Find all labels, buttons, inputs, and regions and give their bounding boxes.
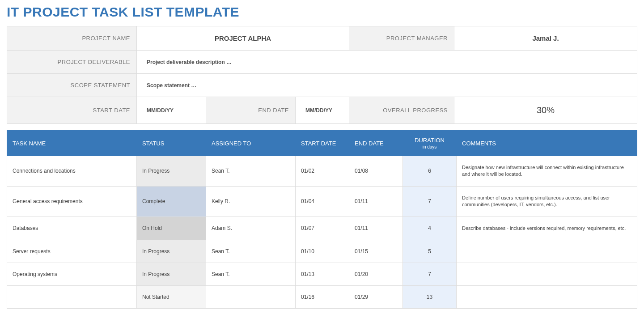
project-manager-label: PROJECT MANAGER: [349, 26, 454, 51]
cell-assigned[interactable]: Sean T.: [206, 156, 296, 187]
task-table: TASK NAME STATUS ASSIGNED TO START DATE …: [7, 130, 637, 309]
cell-status[interactable]: In Progress: [137, 240, 206, 263]
deliverable-value[interactable]: Project deliverable description …: [137, 51, 637, 74]
overall-progress-label: OVERALL PROGRESS: [349, 97, 454, 124]
col-duration-label: DURATION: [415, 137, 445, 144]
cell-comments[interactable]: Describe databases - include versions re…: [457, 217, 637, 240]
end-date-value[interactable]: MM/DD/YY: [296, 97, 349, 124]
cell-duration: 5: [403, 240, 457, 263]
table-row: Not Started01/1601/2913: [7, 285, 637, 308]
task-header-row: TASK NAME STATUS ASSIGNED TO START DATE …: [7, 131, 637, 156]
cell-comments[interactable]: [457, 285, 637, 308]
cell-end[interactable]: 01/08: [349, 156, 403, 187]
cell-start[interactable]: 01/07: [296, 217, 349, 240]
col-start: START DATE: [296, 131, 349, 156]
cell-end[interactable]: 01/29: [349, 285, 403, 308]
cell-start[interactable]: 01/10: [296, 240, 349, 263]
table-row: General access requirementsCompleteKelly…: [7, 186, 637, 217]
col-duration: DURATION in days: [403, 131, 457, 156]
cell-assigned[interactable]: [206, 285, 296, 308]
end-date-label: END DATE: [206, 97, 296, 124]
deliverable-label: PROJECT DELIVERABLE: [7, 51, 137, 74]
col-comments: COMMENTS: [457, 131, 637, 156]
cell-assigned[interactable]: Kelly R.: [206, 186, 296, 217]
cell-task[interactable]: Operating systems: [7, 263, 137, 285]
col-status: STATUS: [137, 131, 206, 156]
cell-status[interactable]: In Progress: [137, 156, 206, 187]
table-row: Server requestsIn ProgressSean T.01/1001…: [7, 240, 637, 263]
cell-start[interactable]: 01/16: [296, 285, 349, 308]
table-row: Connections and locationsIn ProgressSean…: [7, 156, 637, 187]
cell-start[interactable]: 01/13: [296, 263, 349, 285]
project-name-value[interactable]: PROJECT ALPHA: [137, 26, 349, 51]
cell-task[interactable]: Server requests: [7, 240, 137, 263]
col-assigned: ASSIGNED TO: [206, 131, 296, 156]
page-title: IT PROJECT TASK LIST TEMPLATE: [7, 4, 637, 20]
cell-start[interactable]: 01/02: [296, 156, 349, 187]
col-duration-sub: in days: [408, 144, 451, 149]
cell-task[interactable]: [7, 285, 137, 308]
cell-end[interactable]: 01/20: [349, 263, 403, 285]
cell-duration: 7: [403, 186, 457, 217]
table-row: Operating systemsIn ProgressSean T.01/13…: [7, 263, 637, 285]
cell-assigned[interactable]: Adam S.: [206, 217, 296, 240]
cell-duration: 7: [403, 263, 457, 285]
start-date-value[interactable]: MM/DD/YY: [137, 97, 206, 124]
cell-task[interactable]: Databases: [7, 217, 137, 240]
cell-duration: 4: [403, 217, 457, 240]
cell-comments[interactable]: [457, 263, 637, 285]
project-manager-value[interactable]: Jamal J.: [454, 26, 637, 51]
scope-value[interactable]: Scope statement …: [137, 74, 637, 97]
cell-end[interactable]: 01/11: [349, 217, 403, 240]
cell-duration: 6: [403, 156, 457, 187]
project-meta-table: PROJECT NAME PROJECT ALPHA PROJECT MANAG…: [7, 26, 637, 124]
project-name-label: PROJECT NAME: [7, 26, 137, 51]
cell-assigned[interactable]: Sean T.: [206, 263, 296, 285]
cell-status[interactable]: Complete: [137, 186, 206, 217]
cell-comments[interactable]: Define number of users requiring simulta…: [457, 186, 637, 217]
cell-duration: 13: [403, 285, 457, 308]
col-task: TASK NAME: [7, 131, 137, 156]
table-row: DatabasesOn HoldAdam S.01/0701/114Descri…: [7, 217, 637, 240]
cell-task[interactable]: Connections and locations: [7, 156, 137, 187]
cell-comments[interactable]: [457, 240, 637, 263]
cell-start[interactable]: 01/04: [296, 186, 349, 217]
col-end: END DATE: [349, 131, 403, 156]
overall-progress-value: 30%: [454, 97, 637, 124]
cell-comments[interactable]: Designate how new infrastructure will co…: [457, 156, 637, 187]
cell-status[interactable]: In Progress: [137, 263, 206, 285]
cell-assigned[interactable]: Sean T.: [206, 240, 296, 263]
cell-end[interactable]: 01/15: [349, 240, 403, 263]
cell-task[interactable]: General access requirements: [7, 186, 137, 217]
cell-end[interactable]: 01/11: [349, 186, 403, 217]
start-date-label: START DATE: [7, 97, 137, 124]
scope-label: SCOPE STATEMENT: [7, 74, 137, 97]
cell-status[interactable]: Not Started: [137, 285, 206, 308]
cell-status[interactable]: On Hold: [137, 217, 206, 240]
